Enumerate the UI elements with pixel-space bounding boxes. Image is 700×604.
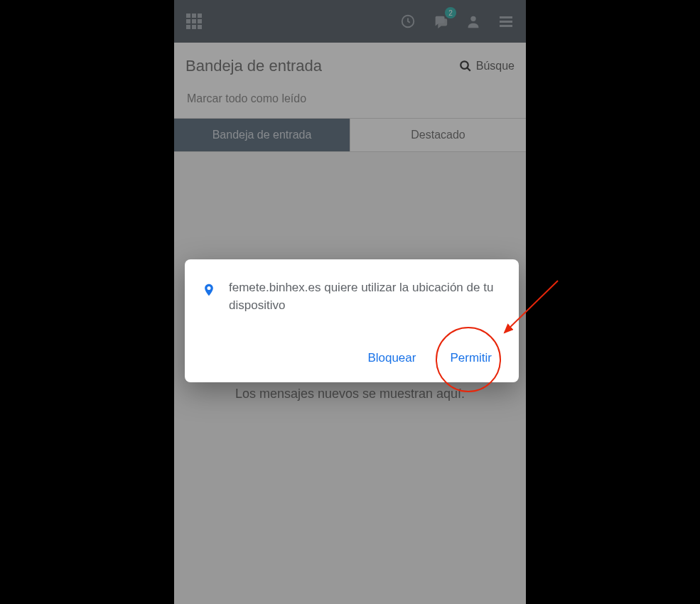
topbar: 2 <box>174 0 526 43</box>
user-icon[interactable] <box>463 11 483 31</box>
empty-state-text: Los mensajes nuevos se muestran aquí. <box>174 387 526 401</box>
search-button[interactable]: Búsque <box>459 60 515 72</box>
mark-all-read-button[interactable]: Marcar todo como leído <box>174 82 526 118</box>
allow-button[interactable]: Permitir <box>447 347 495 370</box>
dialog-message: femete.binhex.es quiere utilizar la ubic… <box>229 279 502 314</box>
svg-point-5 <box>461 61 468 69</box>
tabs: Bandeja de entrada Destacado <box>174 118 526 152</box>
clock-icon[interactable] <box>398 11 418 31</box>
notification-badge: 2 <box>445 7 456 18</box>
messages-icon[interactable]: 2 <box>431 11 451 31</box>
tab-inbox[interactable]: Bandeja de entrada <box>174 119 350 151</box>
location-pin-icon <box>202 281 216 302</box>
permission-dialog: femete.binhex.es quiere utilizar la ubic… <box>185 259 519 382</box>
svg-point-1 <box>470 16 475 21</box>
svg-rect-4 <box>500 25 512 27</box>
svg-rect-3 <box>500 21 512 23</box>
title-row: Bandeja de entrada Búsque <box>174 43 526 82</box>
block-button[interactable]: Bloquear <box>365 347 419 370</box>
search-label: Búsque <box>476 60 515 72</box>
svg-point-6 <box>208 286 210 289</box>
tab-featured[interactable]: Destacado <box>350 119 526 151</box>
svg-rect-2 <box>500 16 512 18</box>
hamburger-menu-icon[interactable] <box>496 11 516 31</box>
search-icon <box>459 60 472 72</box>
apps-grid-icon[interactable] <box>184 11 204 31</box>
page-title: Bandeja de entrada <box>185 57 322 75</box>
